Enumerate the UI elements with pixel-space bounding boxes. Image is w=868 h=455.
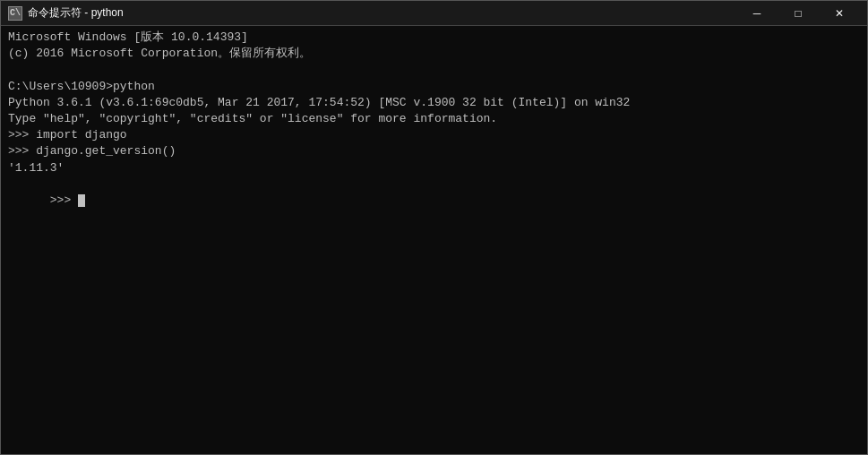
close-button[interactable]: ✕ <box>819 1 860 26</box>
window-title: 命令提示符 - python <box>28 5 736 21</box>
console-line-1: Microsoft Windows [版本 10.0.14393] <box>8 30 860 46</box>
minimize-button[interactable]: ─ <box>736 1 778 26</box>
restore-button[interactable]: □ <box>778 1 819 26</box>
icon-label: C\ <box>10 8 21 18</box>
cursor <box>78 194 85 207</box>
console-line-5: Python 3.6.1 (v3.6.1:69c0db5, Mar 21 201… <box>8 95 860 111</box>
console-line-6: Type "help", "copyright", "credits" or "… <box>8 111 860 127</box>
console-line-10: >>> <box>8 176 860 226</box>
cmd-window: C\ 命令提示符 - python ─ □ ✕ Microsoft Window… <box>0 0 868 455</box>
console-line-7: >>> import django <box>8 127 860 143</box>
console-line-3 <box>8 62 860 78</box>
console-line-2: (c) 2016 Microsoft Corporation。保留所有权利。 <box>8 46 860 62</box>
window-controls: ─ □ ✕ <box>736 1 860 26</box>
console-line-4: C:\Users\10909>python <box>8 79 860 95</box>
console-line-9: '1.11.3' <box>8 160 860 176</box>
console-body[interactable]: Microsoft Windows [版本 10.0.14393] (c) 20… <box>1 26 867 454</box>
title-bar: C\ 命令提示符 - python ─ □ ✕ <box>1 1 867 26</box>
console-line-8: >>> django.get_version() <box>8 143 860 159</box>
window-icon: C\ <box>8 6 22 21</box>
